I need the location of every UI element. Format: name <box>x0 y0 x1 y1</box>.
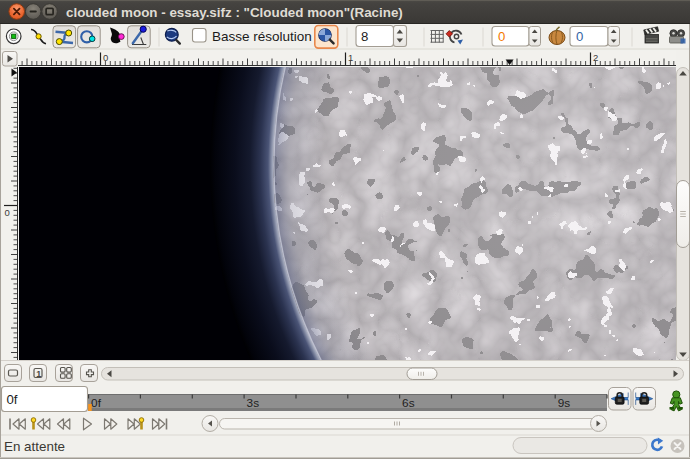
svg-text:1: 1 <box>348 52 353 63</box>
svg-text:3s: 3s <box>247 396 260 410</box>
svg-text:clouded moon - essay.sifz : "C: clouded moon - essay.sifz : "Clouded moo… <box>66 5 403 20</box>
svg-text:En attente: En attente <box>4 439 65 454</box>
svg-text:Basse résolution: Basse résolution <box>212 29 312 44</box>
svg-text:0: 0 <box>5 207 10 218</box>
svg-text:9s: 9s <box>558 396 571 410</box>
svg-text:1: 1 <box>36 369 41 379</box>
svg-text:6s: 6s <box>402 396 415 410</box>
svg-text:0: 0 <box>103 52 108 63</box>
svg-text:0: 0 <box>498 29 505 44</box>
svg-text:0: 0 <box>576 29 583 44</box>
svg-text:8: 8 <box>361 29 368 44</box>
svg-text:2: 2 <box>593 52 598 63</box>
svg-text:0f: 0f <box>91 396 102 410</box>
svg-text:0f: 0f <box>7 392 18 407</box>
